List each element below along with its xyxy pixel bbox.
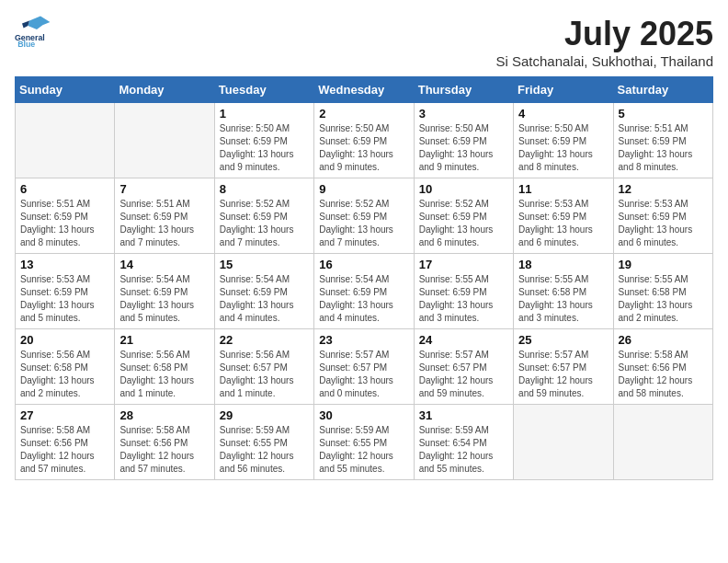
day-number: 13 xyxy=(20,258,109,271)
day-info: Sunrise: 5:52 AM Sunset: 6:59 PM Dayligh… xyxy=(220,198,309,249)
svg-marker-0 xyxy=(28,17,50,29)
day-header-sunday: Sunday xyxy=(16,77,115,103)
calendar-cell: 16Sunrise: 5:54 AM Sunset: 6:59 PM Dayli… xyxy=(314,254,414,329)
day-info: Sunrise: 5:53 AM Sunset: 6:59 PM Dayligh… xyxy=(619,198,708,249)
calendar-cell: 20Sunrise: 5:56 AM Sunset: 6:58 PM Dayli… xyxy=(16,329,115,405)
day-info: Sunrise: 5:59 AM Sunset: 6:54 PM Dayligh… xyxy=(419,424,508,476)
day-number: 27 xyxy=(20,408,109,422)
day-info: Sunrise: 5:53 AM Sunset: 6:59 PM Dayligh… xyxy=(518,198,608,249)
day-number: 30 xyxy=(319,408,408,422)
day-number: 26 xyxy=(619,333,708,347)
day-info: Sunrise: 5:53 AM Sunset: 6:59 PM Dayligh… xyxy=(20,273,109,325)
day-number: 19 xyxy=(619,258,708,271)
day-info: Sunrise: 5:51 AM Sunset: 6:59 PM Dayligh… xyxy=(619,122,708,174)
day-info: Sunrise: 5:58 AM Sunset: 6:56 PM Dayligh… xyxy=(20,424,109,476)
day-number: 8 xyxy=(220,182,309,196)
calendar-cell xyxy=(16,103,115,178)
day-number: 21 xyxy=(119,333,209,347)
day-number: 29 xyxy=(220,408,309,422)
calendar-cell: 13Sunrise: 5:53 AM Sunset: 6:59 PM Dayli… xyxy=(16,254,115,329)
week-row-5: 27Sunrise: 5:58 AM Sunset: 6:56 PM Dayli… xyxy=(16,405,713,480)
day-info: Sunrise: 5:51 AM Sunset: 6:59 PM Dayligh… xyxy=(20,198,109,249)
calendar-cell: 19Sunrise: 5:55 AM Sunset: 6:58 PM Dayli… xyxy=(613,254,712,329)
day-number: 12 xyxy=(619,182,708,196)
calendar-cell xyxy=(115,103,214,178)
week-row-3: 13Sunrise: 5:53 AM Sunset: 6:59 PM Dayli… xyxy=(16,254,713,329)
day-number: 14 xyxy=(119,258,209,271)
day-number: 23 xyxy=(319,333,408,347)
svg-text:Blue: Blue xyxy=(17,40,35,48)
calendar-cell: 21Sunrise: 5:56 AM Sunset: 6:58 PM Dayli… xyxy=(115,329,214,405)
day-header-saturday: Saturday xyxy=(613,77,712,103)
day-info: Sunrise: 5:52 AM Sunset: 6:59 PM Dayligh… xyxy=(419,198,508,249)
day-info: Sunrise: 5:59 AM Sunset: 6:55 PM Dayligh… xyxy=(319,424,408,476)
day-number: 15 xyxy=(220,258,309,271)
day-info: Sunrise: 5:55 AM Sunset: 6:58 PM Dayligh… xyxy=(518,273,608,325)
day-info: Sunrise: 5:58 AM Sunset: 6:56 PM Dayligh… xyxy=(619,349,708,400)
day-info: Sunrise: 5:54 AM Sunset: 6:59 PM Dayligh… xyxy=(220,273,309,325)
days-header-row: SundayMondayTuesdayWednesdayThursdayFrid… xyxy=(16,77,713,103)
day-info: Sunrise: 5:50 AM Sunset: 6:59 PM Dayligh… xyxy=(518,122,608,174)
day-number: 18 xyxy=(518,258,608,271)
page-header: General Blue July 2025 Si Satchanalai, S… xyxy=(15,15,713,69)
day-info: Sunrise: 5:56 AM Sunset: 6:58 PM Dayligh… xyxy=(20,349,109,400)
calendar-cell: 7Sunrise: 5:51 AM Sunset: 6:59 PM Daylig… xyxy=(115,178,214,254)
day-number: 7 xyxy=(119,182,209,196)
calendar-cell: 8Sunrise: 5:52 AM Sunset: 6:59 PM Daylig… xyxy=(214,178,313,254)
day-header-thursday: Thursday xyxy=(414,77,513,103)
day-header-wednesday: Wednesday xyxy=(314,77,414,103)
logo: General Blue xyxy=(15,15,51,48)
day-info: Sunrise: 5:58 AM Sunset: 6:56 PM Dayligh… xyxy=(119,424,209,476)
day-info: Sunrise: 5:56 AM Sunset: 6:58 PM Dayligh… xyxy=(119,349,209,400)
week-row-1: 1Sunrise: 5:50 AM Sunset: 6:59 PM Daylig… xyxy=(16,103,713,178)
calendar-cell xyxy=(514,405,613,480)
calendar-cell: 9Sunrise: 5:52 AM Sunset: 6:59 PM Daylig… xyxy=(314,178,414,254)
day-info: Sunrise: 5:50 AM Sunset: 6:59 PM Dayligh… xyxy=(220,122,309,174)
day-number: 9 xyxy=(319,182,408,196)
calendar-cell: 18Sunrise: 5:55 AM Sunset: 6:58 PM Dayli… xyxy=(514,254,613,329)
day-number: 22 xyxy=(220,333,309,347)
calendar-cell: 12Sunrise: 5:53 AM Sunset: 6:59 PM Dayli… xyxy=(613,178,712,254)
calendar-cell: 17Sunrise: 5:55 AM Sunset: 6:59 PM Dayli… xyxy=(414,254,513,329)
day-info: Sunrise: 5:57 AM Sunset: 6:57 PM Dayligh… xyxy=(319,349,408,400)
calendar-cell: 27Sunrise: 5:58 AM Sunset: 6:56 PM Dayli… xyxy=(16,405,115,480)
day-info: Sunrise: 5:55 AM Sunset: 6:58 PM Dayligh… xyxy=(619,273,708,325)
day-number: 28 xyxy=(119,408,209,422)
day-number: 1 xyxy=(220,107,309,121)
day-number: 5 xyxy=(619,107,708,121)
day-info: Sunrise: 5:57 AM Sunset: 6:57 PM Dayligh… xyxy=(419,349,508,400)
day-number: 4 xyxy=(518,107,608,121)
day-number: 3 xyxy=(419,107,508,121)
month-title: July 2025 xyxy=(495,15,713,53)
calendar-cell: 31Sunrise: 5:59 AM Sunset: 6:54 PM Dayli… xyxy=(414,405,513,480)
logo-icon: General Blue xyxy=(15,15,51,48)
day-number: 25 xyxy=(518,333,608,347)
day-info: Sunrise: 5:51 AM Sunset: 6:59 PM Dayligh… xyxy=(119,198,209,249)
day-info: Sunrise: 5:52 AM Sunset: 6:59 PM Dayligh… xyxy=(319,198,408,249)
calendar-cell: 11Sunrise: 5:53 AM Sunset: 6:59 PM Dayli… xyxy=(514,178,613,254)
calendar-table: SundayMondayTuesdayWednesdayThursdayFrid… xyxy=(15,76,713,480)
day-info: Sunrise: 5:50 AM Sunset: 6:59 PM Dayligh… xyxy=(419,122,508,174)
day-header-tuesday: Tuesday xyxy=(214,77,313,103)
day-number: 2 xyxy=(319,107,408,121)
calendar-cell: 30Sunrise: 5:59 AM Sunset: 6:55 PM Dayli… xyxy=(314,405,414,480)
calendar-cell: 24Sunrise: 5:57 AM Sunset: 6:57 PM Dayli… xyxy=(414,329,513,405)
day-header-friday: Friday xyxy=(514,77,613,103)
day-number: 10 xyxy=(419,182,508,196)
calendar-cell: 14Sunrise: 5:54 AM Sunset: 6:59 PM Dayli… xyxy=(115,254,214,329)
day-number: 6 xyxy=(20,182,109,196)
day-number: 17 xyxy=(419,258,508,271)
calendar-cell: 2Sunrise: 5:50 AM Sunset: 6:59 PM Daylig… xyxy=(314,103,414,178)
calendar-cell: 15Sunrise: 5:54 AM Sunset: 6:59 PM Dayli… xyxy=(214,254,313,329)
calendar-cell: 28Sunrise: 5:58 AM Sunset: 6:56 PM Dayli… xyxy=(115,405,214,480)
calendar-cell: 10Sunrise: 5:52 AM Sunset: 6:59 PM Dayli… xyxy=(414,178,513,254)
svg-marker-1 xyxy=(22,20,29,28)
day-number: 16 xyxy=(319,258,408,271)
week-row-2: 6Sunrise: 5:51 AM Sunset: 6:59 PM Daylig… xyxy=(16,178,713,254)
day-info: Sunrise: 5:54 AM Sunset: 6:59 PM Dayligh… xyxy=(119,273,209,325)
location-subtitle: Si Satchanalai, Sukhothai, Thailand xyxy=(495,53,713,69)
day-info: Sunrise: 5:54 AM Sunset: 6:59 PM Dayligh… xyxy=(319,273,408,325)
calendar-cell: 26Sunrise: 5:58 AM Sunset: 6:56 PM Dayli… xyxy=(613,329,712,405)
day-info: Sunrise: 5:56 AM Sunset: 6:57 PM Dayligh… xyxy=(220,349,309,400)
calendar-cell: 25Sunrise: 5:57 AM Sunset: 6:57 PM Dayli… xyxy=(514,329,613,405)
